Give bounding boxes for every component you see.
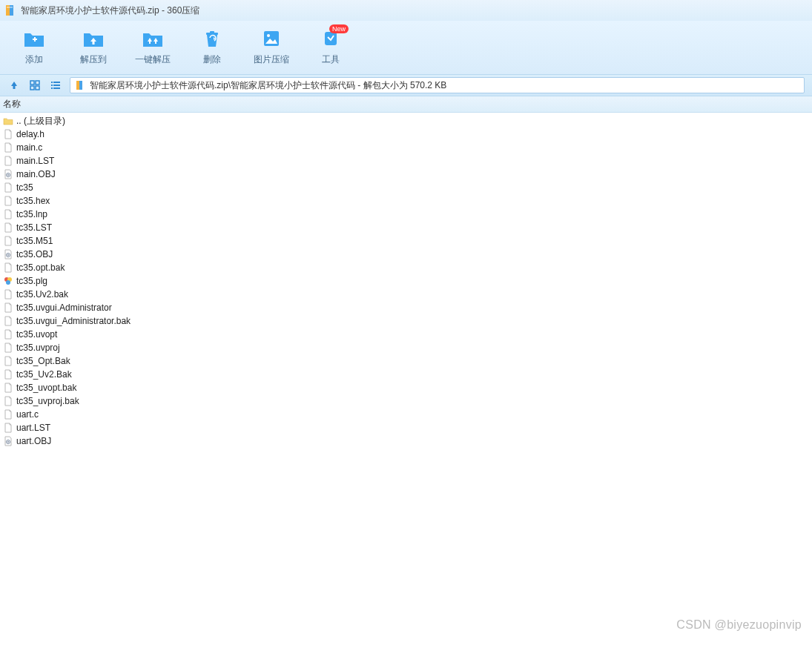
- svg-rect-2: [7, 7, 13, 8]
- file-name: tc35.LST: [16, 222, 52, 233]
- list-item[interactable]: tc35.uvgui_Administrator.bak: [0, 314, 812, 328]
- tools-button[interactable]: New 工具: [301, 22, 360, 72]
- svg-rect-21: [79, 81, 82, 90]
- up-button[interactable]: [7, 79, 21, 92]
- list-item[interactable]: tc35.Uv2.bak: [0, 288, 812, 301]
- svg-point-23: [7, 174, 9, 176]
- list-item[interactable]: tc35_uvproj.bak: [0, 394, 812, 408]
- file-icon: [3, 156, 13, 166]
- list-item[interactable]: tc35.uvopt: [0, 328, 812, 341]
- extract-button[interactable]: 解压到: [64, 22, 123, 72]
- list-item[interactable]: tc35.plg: [0, 274, 812, 288]
- view-icons-button[interactable]: [28, 79, 42, 92]
- plg-icon: [3, 276, 13, 286]
- file-name: uart.OBJ: [16, 436, 51, 446]
- file-name: main.c: [16, 142, 42, 153]
- file-icon: [3, 142, 13, 153]
- list-item[interactable]: delay.h: [0, 128, 812, 141]
- file-icon: [3, 369, 13, 380]
- file-icon: [3, 396, 13, 406]
- file-name: tc35.hex: [16, 196, 50, 206]
- tool-label: 添加: [25, 53, 43, 66]
- view-list-button[interactable]: [49, 79, 62, 92]
- file-name: .. (上级目录): [16, 115, 65, 128]
- file-name: tc35: [16, 182, 33, 193]
- file-list: .. (上级目录)delay.hmain.cmain.LSTmain.OBJtc…: [0, 113, 812, 449]
- obj-icon: [3, 249, 13, 259]
- list-item[interactable]: uart.OBJ: [0, 434, 812, 448]
- file-name: tc35.OBJ: [16, 249, 53, 259]
- file-icon: [3, 236, 13, 246]
- list-item[interactable]: main.LST: [0, 154, 812, 168]
- file-icon: [3, 356, 13, 366]
- file-icon: [3, 302, 13, 313]
- file-name: tc35_Opt.Bak: [16, 356, 70, 366]
- oneclick-icon: [142, 28, 164, 49]
- delete-icon: [201, 28, 223, 49]
- list-item[interactable]: tc35_uvopt.bak: [0, 381, 812, 394]
- list-item[interactable]: tc35_Uv2.Bak: [0, 368, 812, 381]
- app-icon: [4, 4, 16, 16]
- list-item[interactable]: tc35.uvgui.Administrator: [0, 301, 812, 314]
- svg-point-8: [267, 34, 270, 37]
- list-item[interactable]: tc35.OBJ: [0, 248, 812, 261]
- svg-rect-16: [51, 85, 53, 86]
- image-compress-button[interactable]: 图片压缩: [242, 22, 301, 72]
- file-name: main.OBJ: [16, 169, 56, 179]
- list-item[interactable]: uart.c: [0, 408, 812, 421]
- column-header[interactable]: 名称: [0, 96, 812, 113]
- svg-rect-14: [51, 82, 53, 83]
- list-item[interactable]: tc35.M51: [0, 234, 812, 248]
- file-icon: [3, 182, 13, 193]
- file-name: uart.c: [16, 409, 39, 420]
- file-name: uart.LST: [16, 423, 50, 433]
- list-item[interactable]: main.c: [0, 141, 812, 154]
- list-item[interactable]: tc35_Opt.Bak: [0, 354, 812, 368]
- extract-icon: [82, 28, 105, 49]
- svg-rect-11: [36, 81, 39, 85]
- list-item[interactable]: tc35.lnp: [0, 208, 812, 221]
- new-badge: New: [329, 24, 349, 33]
- svg-rect-10: [30, 81, 34, 85]
- file-name: tc35_uvopt.bak: [16, 383, 76, 393]
- list-item[interactable]: uart.LST: [0, 421, 812, 434]
- add-button[interactable]: 添加: [4, 22, 64, 72]
- svg-point-25: [7, 254, 9, 256]
- file-name: tc35.M51: [16, 236, 53, 246]
- file-icon: [3, 383, 13, 393]
- svg-point-28: [6, 280, 10, 285]
- watermark: CSDN @biyezuopinvip: [676, 618, 802, 632]
- file-name: tc35_uvproj.bak: [16, 396, 79, 406]
- file-name: tc35.opt.bak: [16, 262, 65, 273]
- list-item[interactable]: .. (上级目录): [0, 114, 812, 128]
- delete-button[interactable]: 删除: [182, 22, 242, 72]
- list-item[interactable]: tc35.hex: [0, 194, 812, 208]
- file-icon: [3, 409, 13, 420]
- file-icon: [3, 343, 13, 353]
- svg-rect-18: [51, 87, 53, 89]
- list-item[interactable]: tc35.LST: [0, 221, 812, 234]
- window-title: 智能家居环境小护士软件源代码.zip - 360压缩: [21, 4, 199, 17]
- pathbar: 智能家居环境小护士软件源代码.zip\智能家居环境小护士软件源代码 - 解包大小…: [0, 74, 812, 96]
- svg-rect-13: [36, 86, 39, 90]
- list-item[interactable]: tc35: [0, 181, 812, 194]
- folder-up-icon: [3, 116, 13, 126]
- file-icon: [3, 289, 13, 300]
- add-icon: [23, 28, 45, 49]
- file-icon: [3, 262, 13, 273]
- list-item[interactable]: tc35.opt.bak: [0, 261, 812, 274]
- file-name: tc35.uvproj: [16, 343, 60, 353]
- path-input[interactable]: 智能家居环境小护士软件源代码.zip\智能家居环境小护士软件源代码 - 解包大小…: [70, 77, 805, 93]
- list-item[interactable]: tc35.uvproj: [0, 341, 812, 354]
- image-icon: [260, 28, 283, 49]
- file-name: tc35.uvopt: [16, 329, 57, 340]
- tool-label: 删除: [203, 53, 221, 66]
- file-icon: [3, 196, 13, 206]
- list-item[interactable]: main.OBJ: [0, 168, 812, 181]
- svg-rect-19: [53, 87, 60, 89]
- file-icon: [3, 423, 13, 433]
- obj-icon: [3, 436, 13, 446]
- svg-rect-12: [30, 86, 34, 90]
- tool-label: 解压到: [80, 53, 107, 66]
- oneclick-extract-button[interactable]: 一键解压: [123, 22, 182, 72]
